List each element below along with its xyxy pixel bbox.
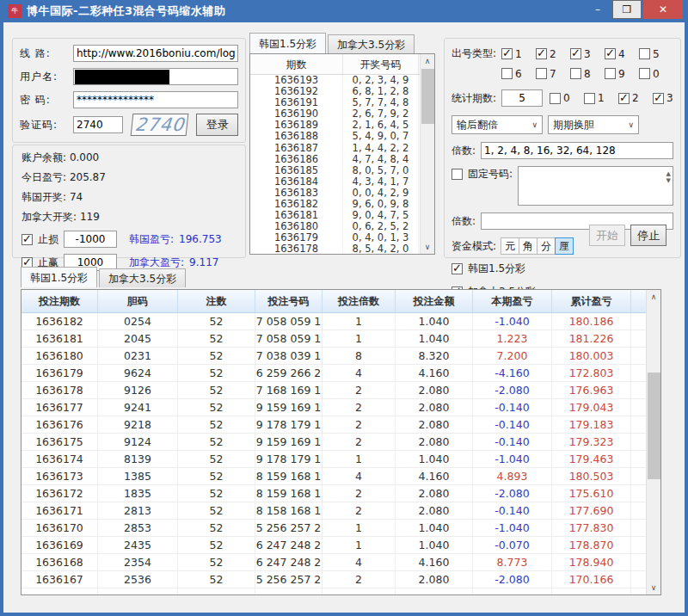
draw-col-numbers[interactable]: 开奖号码 xyxy=(343,54,419,74)
draw-row[interactable]: 16361858, 0, 5, 7, 0 xyxy=(250,165,434,176)
number-type-7[interactable]: 7 xyxy=(536,68,567,80)
bet-col-header[interactable]: 投注金额 xyxy=(396,290,473,312)
korea-lottery-checkbox[interactable] xyxy=(452,263,463,274)
stat-periods-input[interactable] xyxy=(501,89,543,107)
bet-row[interactable]: 16361682354526 247 248 244.1608.773178.9… xyxy=(22,554,660,571)
close-button[interactable]: ✕ xyxy=(643,0,683,19)
checkbox-icon[interactable] xyxy=(501,68,513,79)
start-button[interactable]: 开始 xyxy=(589,225,625,246)
checkbox-icon[interactable] xyxy=(570,68,581,79)
scroll-thumb[interactable] xyxy=(648,373,660,479)
fixed-number-checkbox[interactable] xyxy=(452,169,463,180)
checkbox-icon[interactable] xyxy=(584,93,595,104)
captcha-input[interactable] xyxy=(73,116,123,133)
checkbox-icon[interactable] xyxy=(550,93,561,104)
maximize-button[interactable]: ❒ xyxy=(612,0,642,19)
money-mode-分[interactable]: 分 xyxy=(537,237,556,255)
bet-row[interactable]: 16361800231527 038 039 188.3207.200180.0… xyxy=(22,348,660,365)
money-mode-厘[interactable]: 厘 xyxy=(555,237,574,255)
minimize-button[interactable]: – xyxy=(585,0,611,19)
multiplier-input[interactable] xyxy=(481,142,673,159)
scroll-down-icon[interactable]: ∨ xyxy=(421,240,434,254)
line-input[interactable] xyxy=(73,45,238,62)
draw-list-scrollbar[interactable]: ∧ ∨ xyxy=(420,54,434,254)
draw-numbers: 4, 7, 4, 8, 4 xyxy=(343,154,419,165)
dan-mode-dropdown[interactable]: 期期换胆∨ xyxy=(548,115,639,134)
stat-check-3[interactable]: 3 xyxy=(653,92,684,104)
bet-row[interactable]: 16361672536525 256 257 222.080-2.080170.… xyxy=(22,571,660,588)
bet-row[interactable]: 16361731385528 159 168 144.1604.893180.5… xyxy=(22,468,660,485)
checkbox-icon[interactable] xyxy=(536,68,547,79)
korea-pl-value: 196.753 xyxy=(179,233,222,245)
bet-row[interactable]: 16361769218529 178 179 122.080-0.140179.… xyxy=(22,416,660,434)
checkbox-icon[interactable] xyxy=(639,48,650,59)
spinner-icons[interactable]: ▲▼ xyxy=(666,170,671,184)
bet-row[interactable]: 16361748139529 178 179 111.040-1.040179.… xyxy=(22,451,660,468)
number-type-5[interactable]: 5 xyxy=(639,48,670,60)
number-type-4[interactable]: 4 xyxy=(605,48,636,60)
bet-row[interactable]: 16361820254527 058 059 111.040-1.040180.… xyxy=(22,313,660,330)
bet-tab-korea[interactable]: 韩国1.5分彩 xyxy=(21,267,97,287)
bet-col-header[interactable]: 胆码 xyxy=(98,290,178,312)
stop-button[interactable]: 停止 xyxy=(630,225,666,246)
draw-tab-canada[interactable]: 加拿大3.5分彩 xyxy=(328,34,415,53)
captcha-image[interactable]: 2740 xyxy=(131,114,189,136)
bet-row[interactable]: 16361712813528 158 168 122.080-0.140177.… xyxy=(22,502,660,520)
checkbox-icon[interactable] xyxy=(570,48,581,59)
checkbox-icon[interactable] xyxy=(501,48,513,59)
bet-table-scrollbar[interactable]: ∧ ∨ xyxy=(646,290,660,594)
stat-check-1[interactable]: 1 xyxy=(584,92,615,104)
double-mode-dropdown[interactable]: 输后翻倍∨ xyxy=(452,115,543,134)
stat-check-0[interactable]: 0 xyxy=(550,92,580,104)
number-type-2[interactable]: 2 xyxy=(536,48,567,60)
draw-row[interactable]: 16361788, 5, 4, 2, 0 xyxy=(250,243,434,255)
username-input[interactable] xyxy=(73,68,238,85)
scroll-thumb[interactable] xyxy=(421,69,434,124)
draw-tab-korea[interactable]: 韩国1.5分彩 xyxy=(249,33,326,53)
bet-row[interactable]: 16361759124529 159 169 122.080-0.140179.… xyxy=(22,434,660,451)
number-type-1[interactable]: 1 xyxy=(501,48,532,60)
number-type-0[interactable]: 0 xyxy=(639,68,670,80)
draw-row[interactable]: 16361844, 3, 4, 1, 7 xyxy=(250,176,434,188)
checkbox-icon[interactable] xyxy=(618,93,630,104)
password-input[interactable] xyxy=(73,91,238,108)
bet-row[interactable]: 16361789126527 168 169 122.080-2.080176.… xyxy=(22,382,660,399)
fixed-number-textarea[interactable]: ▲▼ xyxy=(518,166,673,206)
scroll-up-icon[interactable]: ∧ xyxy=(421,54,434,68)
bet-row[interactable]: 16361779241529 159 169 122.080-0.140179.… xyxy=(22,399,660,416)
bet-tab-canada[interactable]: 加拿大3.5分彩 xyxy=(99,268,186,287)
bet-row[interactable]: 16361799624526 259 266 244.160-4.160172.… xyxy=(22,365,660,382)
checkbox-icon[interactable] xyxy=(605,48,616,59)
draw-row[interactable]: 16361864, 7, 4, 8, 4 xyxy=(250,154,434,165)
scroll-up-icon[interactable]: ∧ xyxy=(647,290,660,304)
money-mode-元[interactable]: 元 xyxy=(501,237,519,255)
stop-loss-checkbox[interactable] xyxy=(22,234,33,245)
scroll-down-icon[interactable]: ∨ xyxy=(647,581,660,594)
number-type-8[interactable]: 8 xyxy=(570,68,601,80)
draw-row[interactable]: 16361871, 4, 4, 2, 2 xyxy=(250,143,434,154)
checkbox-icon[interactable] xyxy=(536,48,547,59)
stat-check-2[interactable]: 2 xyxy=(618,92,649,104)
bet-col-header[interactable]: 投注期数 xyxy=(22,290,98,312)
bet-row[interactable]: 16361812045527 058 059 111.0401.223181.2… xyxy=(22,330,660,348)
login-button[interactable]: 登录 xyxy=(196,114,238,136)
checkbox-icon[interactable] xyxy=(639,68,650,79)
checkbox-icon[interactable] xyxy=(605,68,616,79)
bet-row[interactable]: 16361692435526 247 248 211.040-0.070178.… xyxy=(22,537,660,554)
stop-loss-input[interactable] xyxy=(64,231,117,248)
bet-col-header[interactable]: 注数 xyxy=(178,290,255,312)
number-type-3[interactable]: 3 xyxy=(570,48,601,60)
bet-col-header[interactable]: 本期盈亏 xyxy=(473,290,552,312)
checkbox-icon[interactable] xyxy=(653,93,664,104)
captcha-label: 验证码: xyxy=(20,118,73,132)
bet-col-header[interactable]: 累计盈亏 xyxy=(552,290,631,312)
bet-row[interactable]: 16361721835528 159 168 122.080-2.080175.… xyxy=(22,485,660,502)
bet-col-header[interactable]: 投注倍数 xyxy=(322,290,396,312)
number-type-9[interactable]: 9 xyxy=(605,68,636,80)
draw-col-period[interactable]: 期数 xyxy=(250,54,343,74)
draw-row[interactable]: 16361885, 4, 9, 0, 7 xyxy=(250,131,434,142)
money-mode-角[interactable]: 角 xyxy=(519,237,538,255)
bet-row[interactable]: 16361702853525 256 257 211.040-1.040177.… xyxy=(22,520,660,537)
number-type-6[interactable]: 6 xyxy=(501,68,532,80)
bet-col-header[interactable]: 投注号码 xyxy=(255,290,322,312)
